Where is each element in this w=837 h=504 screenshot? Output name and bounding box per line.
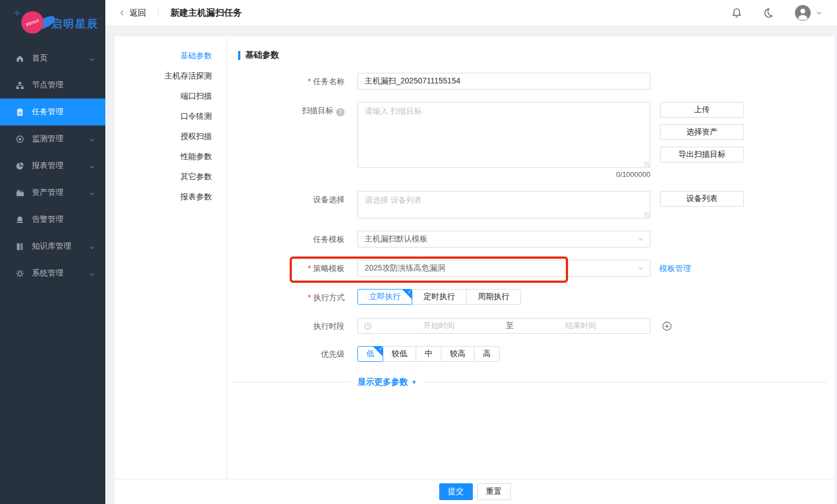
system-gear-icon [15,269,25,278]
subnav-report-params[interactable]: 报表参数 [115,186,226,207]
exec-period-input[interactable]: 开始时间 至 结束时间 [357,318,650,334]
device-select-label: 设备选择 [313,195,345,204]
chevron-down-icon [638,265,644,272]
exec-mode-group: 立即执行 定时执行 周期执行 [357,289,521,306]
page-title: 新建主机漏扫任务 [170,7,242,19]
chevron-down-icon [638,236,644,242]
subnav-password-guess[interactable]: 口令猜测 [115,106,226,126]
user-avatar[interactable] [795,5,811,21]
scan-target-label: 扫描目标 [302,106,333,115]
submit-button[interactable]: 提交 [439,483,473,500]
help-icon[interactable] [336,108,345,116]
device-select-textarea[interactable] [357,191,650,218]
sidebar-item-label: 资产管理 [32,188,63,198]
brand-name: 启明星辰 [52,17,99,31]
char-counter: 0/1000000 [357,170,650,179]
subnav-basic-params[interactable]: 基础参数 [115,45,226,66]
chevron-left-icon [119,10,125,16]
section-title: 基础参数 [238,50,835,60]
sidebar: ✧ Venus 启明星辰 首页 节点管理 任务管理 监测管理 [0,0,105,504]
caret-down-icon [408,377,417,386]
sidebar-item-nodes[interactable]: 节点管理 [0,72,105,99]
header-divider [158,8,159,18]
start-time-placeholder: 开始时间 [375,321,503,331]
sidebar-item-label: 系统管理 [32,268,63,278]
check-icon [402,290,412,299]
sidebar-item-system[interactable]: 系统管理 [0,260,105,287]
monitor-icon [15,134,25,144]
exec-periodic-button[interactable]: 周期执行 [466,289,521,305]
sidebar-item-label: 节点管理 [32,80,63,90]
select-assets-button[interactable]: 选择资产 [660,124,744,140]
sidebar-item-reports[interactable]: 报表管理 [0,152,105,179]
upload-button[interactable]: 上传 [660,102,744,118]
user-menu-chevron-icon[interactable] [816,10,822,16]
venus-logo-icon: ✧ Venus [21,10,57,37]
resize-handle[interactable] [644,162,649,167]
form-area: 基础参数 任务名称 扫描目标 0/1000000 [227,36,835,504]
divider-line [232,382,827,382]
star-icon: ✧ [13,8,21,18]
sidebar-item-assets[interactable]: 资产管理 [0,179,105,206]
sidebar-item-knowledge[interactable]: 知识库管理 [0,233,105,260]
sidebar-item-label: 首页 [32,53,48,63]
content-card: 基础参数 主机存活探测 端口扫描 口令猜测 授权扫描 性能参数 其它参数 报表参… [115,36,835,504]
row-priority: 优先级 低 较低 中 较高 高 [238,346,835,362]
task-template-value: 主机漏扫默认模板 [365,234,427,244]
footer-action-bar: 提交 重置 [115,479,835,504]
priority-medium-button[interactable]: 中 [416,346,441,362]
row-task-name: 任务名称 [238,73,835,90]
form-section-nav: 基础参数 主机存活探测 端口扫描 口令猜测 授权扫描 性能参数 其它参数 报表参… [115,36,227,504]
priority-low-button[interactable]: 低 [357,346,383,362]
sidebar-item-monitor[interactable]: 监测管理 [0,125,105,152]
resize-handle[interactable] [644,212,649,217]
nodes-icon [15,81,25,90]
task-name-input[interactable] [357,73,650,90]
reset-button[interactable]: 重置 [477,483,511,500]
knowledge-icon [15,242,25,251]
device-list-button[interactable]: 设备列表 [660,191,744,207]
template-manage-link[interactable]: 模板管理 [659,260,691,277]
subnav-host-alive[interactable]: 主机存活探测 [115,66,226,86]
row-exec-period: 执行时段 开始时间 至 结束时间 [238,318,835,334]
priority-label: 优先级 [321,349,345,358]
exec-immediate-button[interactable]: 立即执行 [357,289,412,305]
notification-bell-icon[interactable] [731,7,742,18]
priority-higher-button[interactable]: 较高 [441,346,475,362]
priority-high-button[interactable]: 高 [474,346,500,362]
sidebar-item-label: 监测管理 [32,134,63,144]
scan-target-textarea[interactable] [357,102,650,168]
sidebar-item-home[interactable]: 首页 [0,45,105,72]
subnav-auth-scan[interactable]: 授权扫描 [115,126,226,146]
task-name-label: 任务名称 [308,77,345,86]
exec-scheduled-button[interactable]: 定时执行 [412,289,467,305]
subnav-performance[interactable]: 性能参数 [115,146,226,166]
sidebar-item-label: 知识库管理 [32,241,71,251]
sidebar-item-tasks[interactable]: 任务管理 [0,99,105,125]
clock-icon [364,322,372,330]
dark-mode-moon-icon[interactable] [762,7,774,18]
tasks-icon [15,108,25,117]
row-exec-mode: 执行方式 立即执行 定时执行 周期执行 [238,289,835,306]
add-period-icon[interactable] [662,321,672,332]
chevron-down-icon [89,136,95,142]
export-targets-button[interactable]: 导出扫描目标 [660,147,744,162]
sidebar-item-alerts[interactable]: 告警管理 [0,206,105,233]
row-policy-template: 策略模板 2025攻防演练高危漏洞 模板管理 [238,260,835,277]
priority-lower-button[interactable]: 较低 [383,346,416,362]
sidebar-nav: 首页 节点管理 任务管理 监测管理 报表管理 [0,45,105,287]
show-more-params-link[interactable]: 显示更多参数 [351,377,423,388]
exec-mode-label: 执行方式 [308,293,345,302]
policy-template-select[interactable]: 2025攻防演练高危漏洞 [357,260,650,277]
exec-period-label: 执行时段 [313,321,345,330]
back-button[interactable]: 返回 [119,8,146,18]
policy-template-value: 2025攻防演练高危漏洞 [365,263,445,273]
policy-template-label: 策略模板 [308,264,345,273]
page: ✧ Venus 启明星辰 首页 节点管理 任务管理 监测管理 [0,0,837,504]
chevron-down-icon [89,55,95,62]
period-separator: 至 [503,321,517,331]
task-template-select[interactable]: 主机漏扫默认模板 [357,231,650,248]
subnav-other-params[interactable]: 其它参数 [115,166,226,186]
assets-icon [15,188,25,198]
subnav-port-scan[interactable]: 端口扫描 [115,86,226,106]
